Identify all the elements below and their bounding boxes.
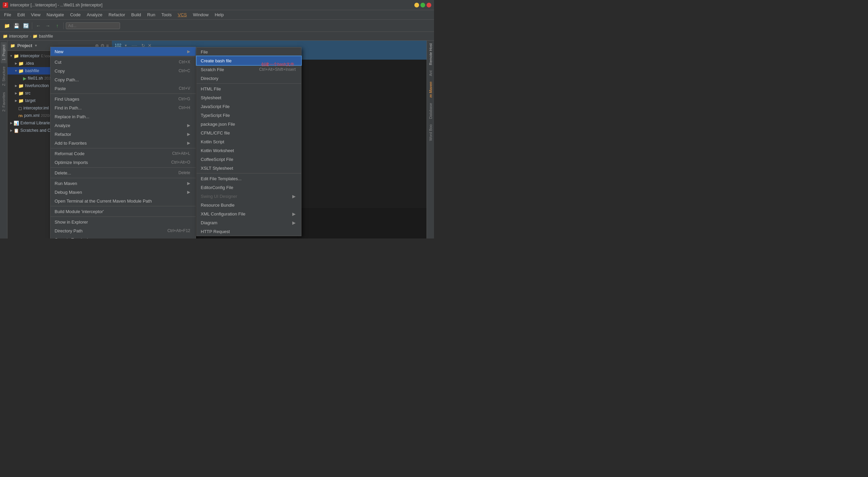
ctx-refactor[interactable]: Refactor ▶: [51, 130, 196, 139]
submenu-pkg-json[interactable]: package.json File: [197, 120, 301, 128]
menu-navigate[interactable]: Navigate: [44, 11, 66, 19]
breadcrumb-sep: ›: [30, 34, 31, 39]
menu-help[interactable]: Help: [212, 11, 226, 19]
submenu-edit-templates-label: Edit File Templates...: [201, 176, 296, 181]
submenu-diagram[interactable]: Diagram ▶: [197, 218, 301, 227]
menu-view[interactable]: View: [28, 11, 43, 19]
toolbar-save-btn[interactable]: 💾: [12, 22, 20, 30]
submenu-scratch-label: Scratch File: [201, 67, 259, 72]
left-tab-project[interactable]: 1: Project: [1, 42, 7, 63]
ctx-debug-maven[interactable]: Debug Maven ▶: [51, 188, 196, 196]
menu-edit[interactable]: Edit: [15, 11, 27, 19]
submenu-html[interactable]: HTML File: [197, 84, 301, 93]
left-tab-favorites[interactable]: 2: Favorites: [1, 89, 7, 114]
submenu-resource-bundle[interactable]: Resource Bundle: [197, 201, 301, 209]
right-tab-remote[interactable]: Remote Host: [428, 41, 434, 68]
toolbar-up-btn[interactable]: ↑: [53, 22, 61, 30]
submenu-js[interactable]: JavaScript File: [197, 102, 301, 111]
submenu-editorconfig[interactable]: EditorConfig File: [197, 183, 301, 192]
menu-file[interactable]: File: [1, 11, 14, 19]
breadcrumb-sub[interactable]: bashfile: [39, 34, 53, 39]
project-folder-icon: 📁: [10, 43, 15, 48]
toolbar-sync-btn[interactable]: 🔄: [22, 22, 30, 30]
ctx-reformat[interactable]: Reformat Code Ctrl+Alt+L: [51, 149, 196, 158]
ctx-open-terminal[interactable]: Open Terminal at the Current Maven Modul…: [51, 196, 196, 205]
tree-bashfile-arrow: [14, 68, 18, 73]
breadcrumb-root[interactable]: interceptor: [9, 34, 28, 39]
submenu-coffee-label: CoffeeScript File: [201, 157, 296, 162]
minimize-button[interactable]: [414, 3, 419, 7]
ctx-new[interactable]: New ▶: [51, 47, 196, 56]
submenu-directory[interactable]: Directory: [197, 74, 301, 83]
tree-root-arrow: [9, 54, 14, 58]
project-dropdown-icon[interactable]: ▼: [34, 44, 38, 47]
menu-run[interactable]: Run: [144, 11, 158, 19]
right-tab-ant[interactable]: Ant: [428, 68, 434, 79]
ctx-optimize[interactable]: Optimize Imports Ctrl+Alt+O: [51, 158, 196, 167]
submenu-new: File Create bash file Scratch File Ctrl+…: [196, 47, 301, 236]
ctx-find-path[interactable]: Find in Path... Ctrl+H: [51, 103, 196, 112]
project-header-left: 📁 Project ▼: [10, 43, 38, 48]
right-tab-wordboo[interactable]: Word Boo: [428, 122, 434, 144]
ctx-run-maven[interactable]: Run Maven ▶: [51, 179, 196, 188]
ctx-delete[interactable]: Delete... Delete: [51, 168, 196, 177]
submenu-http[interactable]: HTTP Request: [197, 227, 301, 236]
submenu-stylesheet[interactable]: Stylesheet: [197, 93, 301, 102]
toolbar-back-btn[interactable]: ←: [34, 22, 42, 30]
submenu-xml-config-label: XML Configuration File: [201, 211, 292, 216]
ctx-add-favorites-arrow: ▶: [187, 141, 190, 145]
submenu-ts[interactable]: TypeScript File: [197, 111, 301, 120]
ctx-reformat-shortcut: Ctrl+Alt+L: [172, 151, 190, 156]
ctx-replace-path[interactable]: Replace in Path...: [51, 112, 196, 121]
submenu-directory-label: Directory: [201, 76, 296, 81]
ctx-find-usages[interactable]: Find Usages Ctrl+G: [51, 95, 196, 103]
menu-analyze[interactable]: Analyze: [84, 11, 105, 19]
ctx-dir-path[interactable]: Directory Path Ctrl+Alt+F12: [51, 226, 196, 235]
menu-refactor[interactable]: Refactor: [106, 11, 128, 19]
submenu-file[interactable]: File: [197, 47, 301, 56]
toolbar-forward-btn[interactable]: →: [44, 22, 52, 30]
ctx-add-favorites[interactable]: Add to Favorites ▶: [51, 139, 196, 147]
maximize-button[interactable]: [420, 3, 425, 7]
right-tab-maven[interactable]: m Maven: [428, 79, 434, 100]
left-tab-structure[interactable]: Z: Structure: [1, 64, 7, 88]
ctx-cut[interactable]: Cut Ctrl+X: [51, 58, 196, 66]
submenu-xml-config[interactable]: XML Configuration File ▶: [197, 209, 301, 218]
ctx-copy-path[interactable]: Copy Path...: [51, 75, 196, 84]
ctx-sep7: [51, 216, 196, 217]
ctx-open-in-terminal[interactable]: Open in Terminal: [51, 235, 196, 239]
toolbar-search-input[interactable]: [66, 22, 120, 29]
menu-build[interactable]: Build: [129, 11, 144, 19]
menu-window[interactable]: Window: [190, 11, 211, 19]
submenu-coffee[interactable]: CoffeeScript File: [197, 155, 301, 164]
submenu-xslt[interactable]: XSLT Stylesheet: [197, 164, 301, 172]
toolbar-sep1: [32, 22, 32, 29]
close-button[interactable]: [427, 3, 431, 7]
ctx-paste-label: Paste: [55, 86, 179, 91]
ctx-sep4: [51, 167, 196, 168]
submenu-kotlin-ws[interactable]: Kotlin Worksheet: [197, 146, 301, 155]
submenu-cfml[interactable]: CFML/CFC file: [197, 128, 301, 137]
submenu-kotlin-script[interactable]: Kotlin Script: [197, 137, 301, 146]
ctx-show-explorer[interactable]: Show in Explorer: [51, 217, 196, 226]
ctx-find-usages-shortcut: Ctrl+G: [178, 97, 190, 101]
menu-tools[interactable]: Tools: [159, 11, 174, 19]
toolbar: 📁 💾 🔄 ← → ↑: [0, 20, 434, 32]
ctx-analyze[interactable]: Analyze ▶: [51, 121, 196, 130]
toolbar-open-btn[interactable]: 📁: [3, 22, 11, 30]
submenu-edit-templates[interactable]: Edit File Templates...: [197, 174, 301, 183]
tree-idea-label: .idea: [25, 61, 34, 66]
menu-vcs[interactable]: VCS: [175, 11, 190, 19]
ctx-debug-maven-label: Debug Maven: [55, 190, 187, 195]
submenu-scratch[interactable]: Scratch File Ctrl+Alt+Shift+Insert: [197, 65, 301, 74]
submenu-create-bash[interactable]: Create bash file: [197, 56, 301, 65]
ctx-sep5: [51, 178, 196, 178]
submenu-resource-bundle-label: Resource Bundle: [201, 203, 296, 208]
ctx-build-module[interactable]: Build Module 'interceptor': [51, 207, 196, 216]
menu-code[interactable]: Code: [67, 11, 83, 19]
right-tab-database[interactable]: Database: [428, 100, 434, 122]
breadcrumb-bar: 📁 interceptor › 📁 bashfile: [0, 32, 434, 41]
ctx-paste[interactable]: Paste Ctrl+V: [51, 84, 196, 93]
ctx-reformat-label: Reformat Code: [55, 151, 172, 156]
ctx-copy[interactable]: Copy Ctrl+C: [51, 66, 196, 75]
